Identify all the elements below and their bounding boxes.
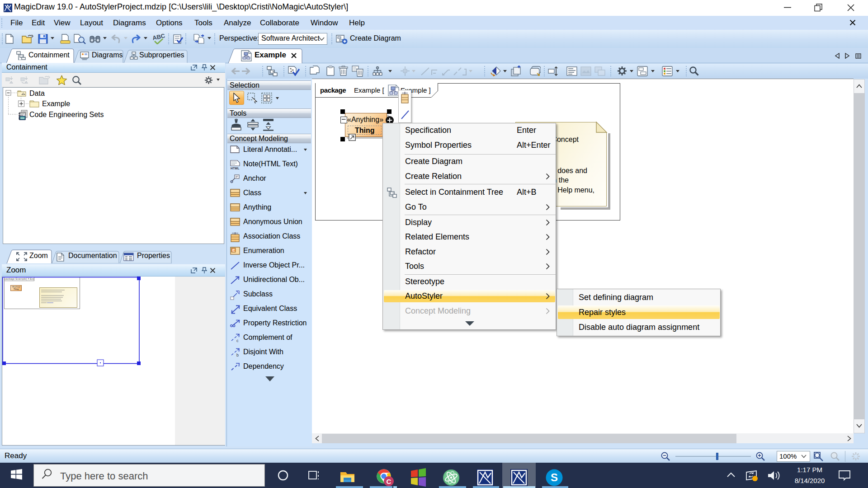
svg-text:S: S — [551, 471, 558, 483]
svg-text:HTML: HTML — [231, 167, 240, 170]
svg-text:E: E — [232, 248, 235, 253]
svg-text:c: c — [236, 338, 239, 343]
svg-text:b: b — [236, 353, 239, 357]
svg-text:C: C — [387, 478, 392, 485]
